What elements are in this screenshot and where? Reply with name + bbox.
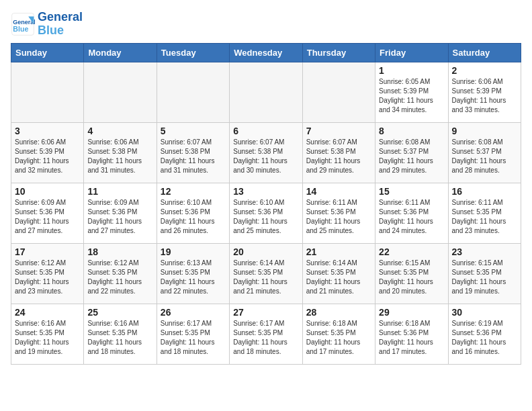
calendar-day: 15Sunrise: 6:11 AMSunset: 5:36 PMDayligh… bbox=[375, 183, 448, 243]
calendar-week-row: 1Sunrise: 6:05 AMSunset: 5:39 PMDaylight… bbox=[11, 62, 521, 122]
calendar-day bbox=[11, 62, 84, 122]
col-header-saturday: Saturday bbox=[448, 43, 521, 62]
day-number: 10 bbox=[15, 186, 80, 197]
calendar-day: 12Sunrise: 6:10 AMSunset: 5:36 PMDayligh… bbox=[157, 183, 229, 243]
day-info: Sunrise: 6:10 AMSunset: 5:36 PMDaylight:… bbox=[233, 198, 298, 236]
day-number: 7 bbox=[306, 126, 371, 136]
calendar-day: 10Sunrise: 6:09 AMSunset: 5:36 PMDayligh… bbox=[11, 183, 84, 243]
calendar-day: 29Sunrise: 6:18 AMSunset: 5:36 PMDayligh… bbox=[375, 304, 448, 364]
calendar-week-row: 3Sunrise: 6:06 AMSunset: 5:39 PMDaylight… bbox=[11, 122, 521, 183]
day-number: 19 bbox=[161, 246, 226, 257]
calendar-day: 24Sunrise: 6:16 AMSunset: 5:35 PMDayligh… bbox=[11, 304, 84, 364]
calendar-day: 4Sunrise: 6:06 AMSunset: 5:38 PMDaylight… bbox=[84, 122, 157, 183]
day-number: 21 bbox=[306, 246, 371, 257]
day-number: 15 bbox=[379, 186, 444, 197]
day-info: Sunrise: 6:07 AMSunset: 5:38 PMDaylight:… bbox=[233, 138, 298, 175]
day-number: 18 bbox=[87, 246, 152, 257]
day-number: 23 bbox=[452, 246, 517, 257]
day-info: Sunrise: 6:12 AMSunset: 5:35 PMDaylight:… bbox=[15, 259, 80, 296]
day-number: 25 bbox=[87, 307, 152, 318]
day-info: Sunrise: 6:07 AMSunset: 5:38 PMDaylight:… bbox=[306, 138, 371, 175]
day-info: Sunrise: 6:18 AMSunset: 5:35 PMDaylight:… bbox=[306, 319, 371, 357]
day-number: 24 bbox=[15, 307, 80, 318]
calendar-day: 16Sunrise: 6:11 AMSunset: 5:35 PMDayligh… bbox=[448, 183, 521, 243]
day-number: 26 bbox=[161, 307, 226, 318]
calendar-day: 8Sunrise: 6:08 AMSunset: 5:37 PMDaylight… bbox=[375, 122, 448, 183]
calendar-day: 9Sunrise: 6:08 AMSunset: 5:37 PMDaylight… bbox=[448, 122, 521, 183]
day-number: 9 bbox=[452, 126, 517, 136]
calendar-day: 27Sunrise: 6:17 AMSunset: 5:35 PMDayligh… bbox=[230, 304, 302, 364]
day-info: Sunrise: 6:07 AMSunset: 5:38 PMDaylight:… bbox=[161, 138, 226, 175]
day-info: Sunrise: 6:08 AMSunset: 5:37 PMDaylight:… bbox=[379, 138, 444, 175]
day-number: 6 bbox=[233, 126, 298, 136]
day-number: 17 bbox=[15, 246, 80, 257]
day-number: 11 bbox=[87, 186, 152, 197]
calendar-day bbox=[157, 62, 229, 122]
calendar-day: 30Sunrise: 6:19 AMSunset: 5:36 PMDayligh… bbox=[448, 304, 521, 364]
calendar-header-row: SundayMondayTuesdayWednesdayThursdayFrid… bbox=[11, 43, 521, 62]
calendar-day: 5Sunrise: 6:07 AMSunset: 5:38 PMDaylight… bbox=[157, 122, 229, 183]
col-header-tuesday: Tuesday bbox=[157, 43, 229, 62]
calendar-day: 21Sunrise: 6:14 AMSunset: 5:35 PMDayligh… bbox=[302, 243, 375, 304]
day-info: Sunrise: 6:06 AMSunset: 5:39 PMDaylight:… bbox=[15, 138, 80, 175]
calendar-week-row: 24Sunrise: 6:16 AMSunset: 5:35 PMDayligh… bbox=[11, 304, 521, 364]
calendar-day: 23Sunrise: 6:15 AMSunset: 5:35 PMDayligh… bbox=[448, 243, 521, 304]
day-info: Sunrise: 6:11 AMSunset: 5:36 PMDaylight:… bbox=[306, 198, 371, 236]
day-info: Sunrise: 6:16 AMSunset: 5:35 PMDaylight:… bbox=[87, 319, 152, 357]
calendar-week-row: 10Sunrise: 6:09 AMSunset: 5:36 PMDayligh… bbox=[11, 183, 521, 243]
day-info: Sunrise: 6:13 AMSunset: 5:35 PMDaylight:… bbox=[161, 259, 226, 296]
logo-text: GeneralBlue bbox=[38, 11, 83, 38]
calendar-day: 13Sunrise: 6:10 AMSunset: 5:36 PMDayligh… bbox=[230, 183, 302, 243]
day-info: Sunrise: 6:14 AMSunset: 5:35 PMDaylight:… bbox=[306, 259, 371, 296]
day-info: Sunrise: 6:09 AMSunset: 5:36 PMDaylight:… bbox=[15, 198, 80, 236]
calendar-day: 6Sunrise: 6:07 AMSunset: 5:38 PMDaylight… bbox=[230, 122, 302, 183]
day-number: 29 bbox=[379, 307, 444, 318]
calendar-day: 17Sunrise: 6:12 AMSunset: 5:35 PMDayligh… bbox=[11, 243, 84, 304]
calendar-day bbox=[230, 62, 302, 122]
calendar-day bbox=[84, 62, 157, 122]
day-info: Sunrise: 6:08 AMSunset: 5:37 PMDaylight:… bbox=[452, 138, 517, 175]
calendar-day: 11Sunrise: 6:09 AMSunset: 5:36 PMDayligh… bbox=[84, 183, 157, 243]
calendar-day: 25Sunrise: 6:16 AMSunset: 5:35 PMDayligh… bbox=[84, 304, 157, 364]
day-info: Sunrise: 6:16 AMSunset: 5:35 PMDaylight:… bbox=[15, 319, 80, 357]
day-number: 12 bbox=[161, 186, 226, 197]
day-info: Sunrise: 6:17 AMSunset: 5:35 PMDaylight:… bbox=[161, 319, 226, 357]
calendar-day: 22Sunrise: 6:15 AMSunset: 5:35 PMDayligh… bbox=[375, 243, 448, 304]
day-info: Sunrise: 6:17 AMSunset: 5:35 PMDaylight:… bbox=[233, 319, 298, 357]
col-header-friday: Friday bbox=[375, 43, 448, 62]
day-number: 27 bbox=[233, 307, 298, 318]
day-number: 22 bbox=[379, 246, 444, 257]
day-info: Sunrise: 6:11 AMSunset: 5:35 PMDaylight:… bbox=[452, 198, 517, 236]
day-info: Sunrise: 6:11 AMSunset: 5:36 PMDaylight:… bbox=[379, 198, 444, 236]
calendar-day: 1Sunrise: 6:05 AMSunset: 5:39 PMDaylight… bbox=[375, 62, 448, 122]
logo-icon: General Blue bbox=[11, 12, 35, 36]
day-info: Sunrise: 6:14 AMSunset: 5:35 PMDaylight:… bbox=[233, 259, 298, 296]
day-number: 1 bbox=[379, 65, 444, 76]
calendar-day: 14Sunrise: 6:11 AMSunset: 5:36 PMDayligh… bbox=[302, 183, 375, 243]
day-number: 20 bbox=[233, 246, 298, 257]
day-number: 28 bbox=[306, 307, 371, 318]
calendar-day bbox=[302, 62, 375, 122]
day-number: 3 bbox=[15, 126, 80, 136]
svg-text:Blue: Blue bbox=[13, 24, 28, 32]
page-header: General Blue GeneralBlue bbox=[11, 11, 521, 38]
calendar-day: 18Sunrise: 6:12 AMSunset: 5:35 PMDayligh… bbox=[84, 243, 157, 304]
day-info: Sunrise: 6:06 AMSunset: 5:39 PMDaylight:… bbox=[452, 77, 517, 115]
day-number: 13 bbox=[233, 186, 298, 197]
day-number: 14 bbox=[306, 186, 371, 197]
calendar-week-row: 17Sunrise: 6:12 AMSunset: 5:35 PMDayligh… bbox=[11, 243, 521, 304]
logo: General Blue GeneralBlue bbox=[11, 11, 83, 38]
day-info: Sunrise: 6:19 AMSunset: 5:36 PMDaylight:… bbox=[452, 319, 517, 357]
calendar-day: 7Sunrise: 6:07 AMSunset: 5:38 PMDaylight… bbox=[302, 122, 375, 183]
calendar-table: SundayMondayTuesdayWednesdayThursdayFrid… bbox=[11, 43, 521, 365]
day-info: Sunrise: 6:06 AMSunset: 5:38 PMDaylight:… bbox=[87, 138, 152, 175]
col-header-sunday: Sunday bbox=[11, 43, 84, 62]
day-number: 5 bbox=[161, 126, 226, 136]
calendar-day: 28Sunrise: 6:18 AMSunset: 5:35 PMDayligh… bbox=[302, 304, 375, 364]
day-number: 2 bbox=[452, 65, 517, 76]
col-header-monday: Monday bbox=[84, 43, 157, 62]
day-number: 8 bbox=[379, 126, 444, 136]
day-info: Sunrise: 6:05 AMSunset: 5:39 PMDaylight:… bbox=[379, 77, 444, 115]
col-header-thursday: Thursday bbox=[302, 43, 375, 62]
day-info: Sunrise: 6:10 AMSunset: 5:36 PMDaylight:… bbox=[161, 198, 226, 236]
